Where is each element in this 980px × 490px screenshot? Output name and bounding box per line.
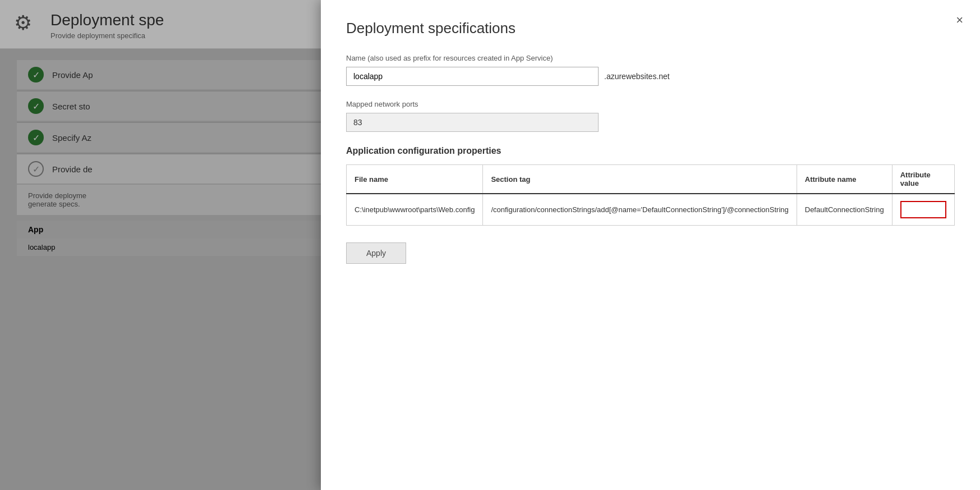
config-table-header-row: File name Section tag Attribute name Att… bbox=[347, 165, 955, 194]
cell-attribute-value bbox=[892, 194, 954, 226]
ports-field-group: Mapped network ports bbox=[346, 100, 955, 132]
config-table-body: C:\inetpub\wwwroot\parts\Web.config /con… bbox=[347, 194, 955, 226]
modal-overlay: × Deployment specifications Name (also u… bbox=[0, 0, 980, 490]
cell-file-name: C:\inetpub\wwwroot\parts\Web.config bbox=[347, 194, 483, 226]
name-field-row: .azurewebsites.net bbox=[346, 67, 955, 86]
col-attribute-name: Attribute name bbox=[797, 165, 892, 194]
ports-field-row bbox=[346, 113, 955, 132]
col-attribute-value: Attribute value bbox=[892, 165, 954, 194]
table-row: C:\inetpub\wwwroot\parts\Web.config /con… bbox=[347, 194, 955, 226]
attribute-value-input[interactable] bbox=[900, 201, 946, 218]
ports-field-label: Mapped network ports bbox=[346, 100, 955, 108]
name-field-group: Name (also used as prefix for resources … bbox=[346, 54, 955, 86]
name-input[interactable] bbox=[346, 67, 599, 86]
ports-input[interactable] bbox=[346, 113, 599, 132]
config-section-title: Application configuration properties bbox=[346, 146, 955, 156]
domain-suffix: .azurewebsites.net bbox=[604, 72, 670, 81]
cell-section-tag: /configuration/connectionStrings/add[@na… bbox=[483, 194, 797, 226]
config-table: File name Section tag Attribute name Att… bbox=[346, 164, 955, 226]
config-table-head: File name Section tag Attribute name Att… bbox=[347, 165, 955, 194]
col-section-tag: Section tag bbox=[483, 165, 797, 194]
modal-title: Deployment specifications bbox=[346, 20, 955, 37]
modal-dialog: × Deployment specifications Name (also u… bbox=[321, 0, 980, 490]
col-file-name: File name bbox=[347, 165, 483, 194]
cell-attribute-name: DefaultConnectionString bbox=[797, 194, 892, 226]
close-button[interactable]: × bbox=[956, 14, 963, 26]
name-field-label: Name (also used as prefix for resources … bbox=[346, 54, 955, 62]
apply-button[interactable]: Apply bbox=[346, 242, 406, 264]
